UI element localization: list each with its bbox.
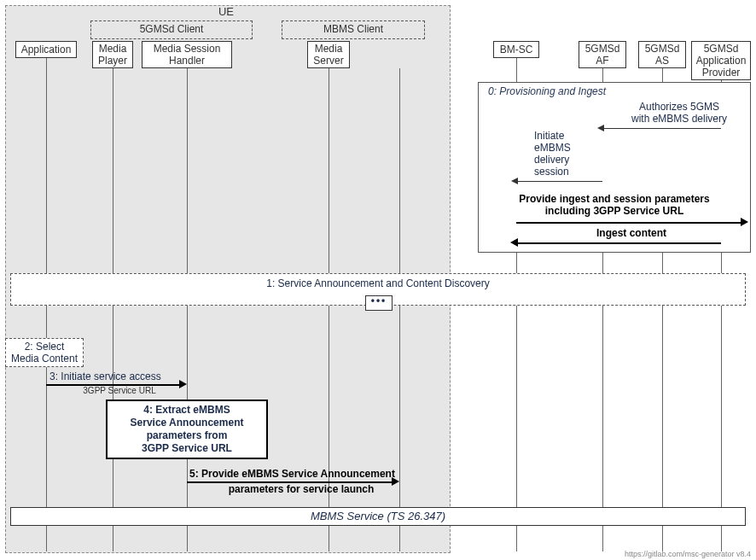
msg-initiate-access-label: 3: Initiate service access [49,370,195,382]
ue-label: UE [9,5,444,18]
fivegmsd-client-label: 5GMSd Client [140,23,204,35]
participant-media-server-label: Media Server [313,43,343,67]
participant-bm-sc: BM-SC [493,41,539,58]
participant-provider-label: 5GMSd Application Provider [696,43,747,79]
note-extract-label: 4: Extract eMBMS Service Announcement pa… [131,404,244,455]
msg-provide-ingest-line [516,222,745,224]
msg-provide-params-label-2: parameters for service launch [205,483,398,495]
msg-provide-params-label-1: 5: Provide eMBMS Service Announcement [189,468,411,480]
note-extract: 4: Extract eMBMS Service Announcement pa… [106,400,268,459]
msg-initiate-access-sub: 3GPP Service URL [60,386,179,395]
participant-media-player: Media Player [92,41,133,68]
mbms-service-box: MBMS Service (TS 26.347) [10,507,746,526]
participant-as: 5GMSd AS [638,41,686,68]
participant-media-session-handler-label: Media Session Handler [154,43,221,67]
participant-media-server: Media Server [307,41,350,68]
participant-bm-sc-label: BM-SC [500,44,533,55]
msg-initiate-embms-arrow [511,178,518,184]
msg-initiate-access-arrow [179,380,187,388]
lifeline-media-player [113,68,113,551]
msg-initiate-embms-label: Initiate eMBMS delivery session [534,130,594,178]
msg-ingest-content-label: Ingest content [546,227,717,239]
participant-application: Application [15,41,77,58]
participant-provider: 5GMSd Application Provider [691,41,751,80]
msg-provide-ingest-arrow [741,218,748,226]
mbms-client-label: MBMS Client [323,23,383,35]
frame-provisioning-label: 0: Provisioning and Ingest [488,85,606,97]
mbms-service-label: MBMS Service (TS 26.347) [311,510,445,522]
msg-ingest-content-arrow [510,238,518,247]
participant-as-label: 5GMSd AS [645,43,680,67]
participant-media-player-label: Media Player [98,43,127,67]
sequence-diagram: UE 5GMSd Client MBMS Client Application … [0,0,756,560]
ellipsis-icon: ••• [365,295,393,311]
footer-credit: https://gitlab.com/msc-generator v8.4 [625,550,751,558]
msg-authorize-line [602,128,721,129]
participant-af: 5GMSd AF [579,41,626,68]
select-media-box: 2: Select Media Content [5,338,84,367]
fivegmsd-client-group: 5GMSd Client [90,20,253,39]
participant-application-label: Application [21,44,72,55]
msg-ingest-content-line [516,242,721,244]
msg-provide-ingest-label: Provide ingest and session parameters in… [482,193,747,217]
lifeline-media-session-handler [187,68,188,551]
announcement-label: 1: Service Announcement and Content Disc… [266,277,489,289]
msg-authorize-label: Authorizes 5GMS with eMBMS delivery [611,101,747,125]
msg-authorize-arrow [597,125,604,131]
select-media-label: 2: Select Media Content [11,341,78,365]
mbms-client-group: MBMS Client [282,20,425,39]
participant-media-session-handler: Media Session Handler [142,41,232,68]
participant-af-label: 5GMSd AF [585,43,620,67]
msg-initiate-embms-line [516,181,602,182]
